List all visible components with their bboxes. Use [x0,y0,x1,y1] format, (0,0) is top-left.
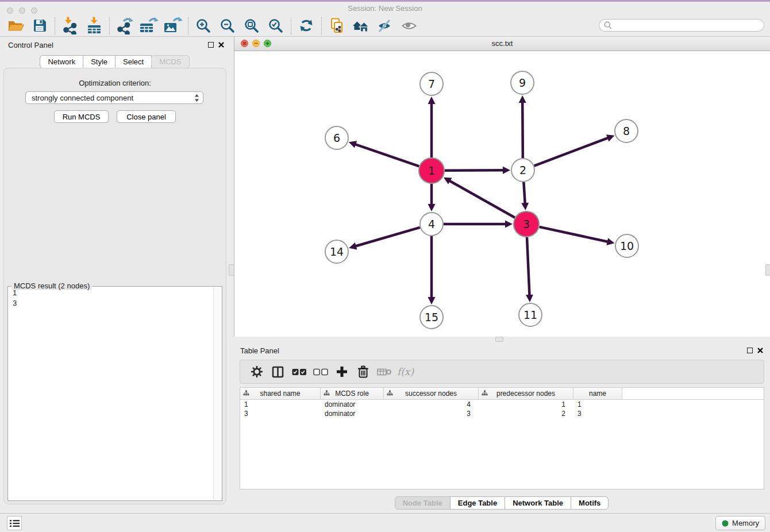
bottom-splitter-handle[interactable] [495,337,503,342]
delete-button[interactable] [352,363,374,381]
zoom-in-icon [196,18,211,33]
node-table[interactable]: shared nameMCDS rolesuccessor nodesprede… [240,387,764,489]
table-row[interactable]: 3dominator323 [240,409,764,418]
graph-node-10[interactable]: 10 [615,234,638,257]
table-settings-button[interactable] [246,363,267,381]
result-item[interactable]: 3 [9,298,213,309]
memory-button[interactable]: Memory [715,516,765,530]
export-table-button[interactable] [137,16,161,36]
network-graph[interactable]: 7968124314101511 [234,51,770,336]
table-row[interactable]: 1dominator411 [240,400,764,409]
hide-selected-button[interactable] [373,16,397,36]
graph-edge[interactable] [355,144,419,167]
zoom-fit-button[interactable] [240,16,264,36]
save-session-button[interactable] [28,16,52,36]
refresh-view-button[interactable] [294,16,318,36]
show-all-button[interactable] [397,16,421,36]
right-splitter-handle[interactable] [765,264,770,276]
table-body: 1dominator4113dominator323 [240,400,764,418]
column-header-MCDS-role[interactable]: MCDS role [321,388,384,399]
close-panel-icon[interactable] [218,41,225,48]
export-network-button[interactable] [113,16,137,36]
table-cell[interactable]: 1 [573,400,622,409]
column-header-name[interactable]: name [573,388,622,399]
edge-arrow-icon [428,97,436,104]
graph-node-11[interactable]: 11 [519,303,542,326]
svg-text:10: 10 [620,240,634,252]
graph-node-7[interactable]: 7 [420,72,443,95]
graph-node-6[interactable]: 6 [325,126,348,149]
table-cell[interactable]: 3 [573,409,622,418]
column-header-shared-name[interactable]: shared name [240,388,321,399]
table-cell[interactable]: dominator [321,409,384,418]
task-history-button[interactable] [7,516,22,530]
select-all-button[interactable] [288,363,310,381]
search-input[interactable] [615,21,764,30]
graph-edge[interactable] [539,227,608,242]
zoom-in-button[interactable] [191,16,215,36]
graph-node-1[interactable]: 1 [419,158,444,183]
open-session-button[interactable] [3,16,28,36]
home-layout-button[interactable] [349,16,373,36]
graph-node-9[interactable]: 9 [511,71,534,94]
graph-edge[interactable] [527,237,530,296]
tab-style[interactable]: Style [83,55,116,68]
graph-node-3[interactable]: 3 [514,211,539,237]
show-column-button[interactable] [267,363,288,381]
close-panel-button[interactable]: Close panel [117,110,176,123]
import-network-button[interactable] [58,16,82,36]
mcds-result-list[interactable]: 13 [9,288,213,500]
function-builder-button[interactable]: f(x) [395,363,416,381]
graph-edge[interactable] [523,182,525,204]
minimize-window-icon[interactable] [19,7,25,14]
tab-network[interactable]: Network [40,55,83,68]
float-table-panel-icon[interactable] [747,348,753,353]
tab-edge-table[interactable]: Edge Table [450,496,505,510]
import-network-icon [61,17,79,34]
import-table-button[interactable] [82,16,106,36]
tab-mcds[interactable]: MCDS [151,55,189,68]
graph-node-8[interactable]: 8 [615,119,638,142]
graph-edge[interactable] [449,180,514,218]
tab-network-table[interactable]: Network Table [505,496,571,510]
close-window-icon[interactable] [7,7,13,14]
graph-edge[interactable] [445,170,504,171]
result-item[interactable]: 1 [9,288,213,298]
network-overview-button[interactable] [325,16,349,36]
graph-edge[interactable] [355,228,420,246]
tab-motifs[interactable]: Motifs [571,496,609,510]
table-cell[interactable]: 3 [240,409,321,418]
search-box[interactable] [599,19,764,32]
add-button[interactable] [331,363,352,381]
graph-node-14[interactable]: 14 [325,240,348,263]
float-panel-icon[interactable] [208,42,214,48]
graph-edge[interactable] [522,102,523,158]
close-table-panel-icon[interactable] [757,347,764,354]
run-mcds-button[interactable]: Run MCDS [54,110,109,123]
export-image-button[interactable] [161,16,185,36]
graph-node-15[interactable]: 15 [420,306,443,329]
tab-select[interactable]: Select [115,55,152,68]
window-traffic-lights[interactable] [7,7,37,14]
table-cell[interactable]: dominator [321,400,384,409]
zoom-out-button[interactable] [215,16,240,36]
network-canvas[interactable]: 7968124314101511 [234,51,770,337]
deselect-all-button[interactable] [310,363,331,381]
graph-edge[interactable] [534,138,609,166]
optimization-select[interactable]: strongly connected component [25,91,203,104]
tab-node-table[interactable]: Node Table [395,496,451,510]
result-scrollbar[interactable] [213,287,221,500]
table-cell[interactable]: 4 [384,400,479,409]
graph-node-2[interactable]: 2 [511,159,534,182]
network-window-titlebar[interactable]: scc.txt [234,37,770,51]
zoom-selected-button[interactable] [264,16,288,36]
delete-column-button[interactable] [374,363,395,381]
column-header-predecessor-nodes[interactable]: predecessor nodes [479,388,573,399]
maximize-window-icon[interactable] [31,7,37,14]
table-cell[interactable]: 1 [240,400,321,409]
graph-node-4[interactable]: 4 [420,213,443,236]
table-cell[interactable]: 2 [479,409,573,418]
column-header-successor-nodes[interactable]: successor nodes [384,388,479,399]
table-cell[interactable]: 3 [384,409,479,418]
table-cell[interactable]: 1 [479,400,573,409]
